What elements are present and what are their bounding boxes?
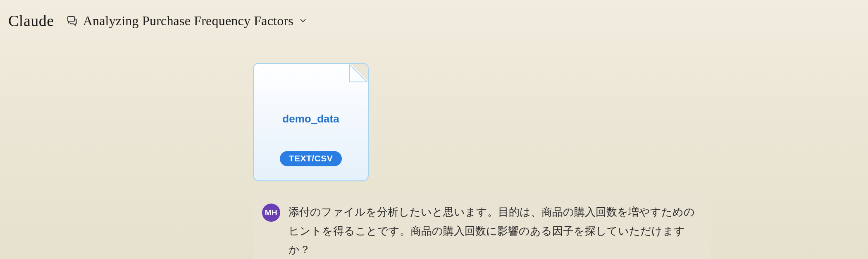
header-bar: Claude Analyzing Purchase Frequency Fact… (0, 0, 868, 34)
avatar: MH (262, 204, 280, 222)
chevron-down-icon (298, 16, 308, 25)
conversation-title-dropdown[interactable]: Analyzing Purchase Frequency Factors (66, 13, 308, 29)
file-dog-ear (350, 64, 368, 82)
conversation-column: demo_data TEXT/CSV MH 添付のファイルを分析したいと思います… (253, 63, 711, 259)
app-logo[interactable]: Claude (8, 12, 54, 30)
file-type-badge: TEXT/CSV (280, 151, 342, 166)
file-name: demo_data (282, 113, 339, 125)
file-attachment-card[interactable]: demo_data TEXT/CSV (253, 63, 369, 181)
user-message-text: 添付のファイルを分析したいと思います。目的は、商品の購入回数を増やすためのヒント… (289, 203, 700, 259)
conversation-title: Analyzing Purchase Frequency Factors (83, 13, 293, 29)
user-message: MH 添付のファイルを分析したいと思います。目的は、商品の購入回数を増やすための… (253, 194, 711, 259)
chat-icon (66, 14, 78, 27)
